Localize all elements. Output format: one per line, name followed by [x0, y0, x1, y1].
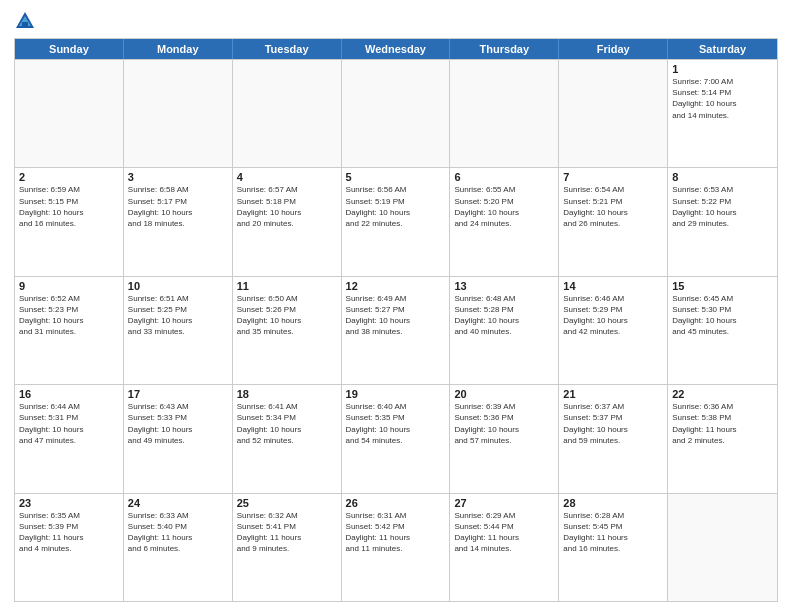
calendar-cell: 11Sunrise: 6:50 AM Sunset: 5:26 PM Dayli… — [233, 277, 342, 384]
day-number: 18 — [237, 388, 337, 400]
day-number: 20 — [454, 388, 554, 400]
day-number: 25 — [237, 497, 337, 509]
day-number: 26 — [346, 497, 446, 509]
day-info: Sunrise: 7:00 AM Sunset: 5:14 PM Dayligh… — [672, 76, 773, 121]
calendar-cell: 17Sunrise: 6:43 AM Sunset: 5:33 PM Dayli… — [124, 385, 233, 492]
calendar-cell: 16Sunrise: 6:44 AM Sunset: 5:31 PM Dayli… — [15, 385, 124, 492]
day-number: 24 — [128, 497, 228, 509]
day-number: 13 — [454, 280, 554, 292]
day-number: 6 — [454, 171, 554, 183]
weekday-header-thursday: Thursday — [450, 39, 559, 59]
day-info: Sunrise: 6:43 AM Sunset: 5:33 PM Dayligh… — [128, 401, 228, 446]
calendar-cell: 6Sunrise: 6:55 AM Sunset: 5:20 PM Daylig… — [450, 168, 559, 275]
day-info: Sunrise: 6:33 AM Sunset: 5:40 PM Dayligh… — [128, 510, 228, 555]
calendar-cell: 8Sunrise: 6:53 AM Sunset: 5:22 PM Daylig… — [668, 168, 777, 275]
day-info: Sunrise: 6:31 AM Sunset: 5:42 PM Dayligh… — [346, 510, 446, 555]
day-number: 2 — [19, 171, 119, 183]
calendar-cell: 12Sunrise: 6:49 AM Sunset: 5:27 PM Dayli… — [342, 277, 451, 384]
calendar-cell: 9Sunrise: 6:52 AM Sunset: 5:23 PM Daylig… — [15, 277, 124, 384]
calendar-cell: 28Sunrise: 6:28 AM Sunset: 5:45 PM Dayli… — [559, 494, 668, 601]
calendar-cell — [668, 494, 777, 601]
calendar-cell: 2Sunrise: 6:59 AM Sunset: 5:15 PM Daylig… — [15, 168, 124, 275]
calendar-cell: 3Sunrise: 6:58 AM Sunset: 5:17 PM Daylig… — [124, 168, 233, 275]
calendar-cell: 18Sunrise: 6:41 AM Sunset: 5:34 PM Dayli… — [233, 385, 342, 492]
day-number: 23 — [19, 497, 119, 509]
calendar-body: 1Sunrise: 7:00 AM Sunset: 5:14 PM Daylig… — [15, 59, 777, 601]
calendar-cell: 23Sunrise: 6:35 AM Sunset: 5:39 PM Dayli… — [15, 494, 124, 601]
day-info: Sunrise: 6:41 AM Sunset: 5:34 PM Dayligh… — [237, 401, 337, 446]
calendar: SundayMondayTuesdayWednesdayThursdayFrid… — [14, 38, 778, 602]
calendar-row-4: 23Sunrise: 6:35 AM Sunset: 5:39 PM Dayli… — [15, 493, 777, 601]
day-info: Sunrise: 6:46 AM Sunset: 5:29 PM Dayligh… — [563, 293, 663, 338]
day-info: Sunrise: 6:53 AM Sunset: 5:22 PM Dayligh… — [672, 184, 773, 229]
calendar-cell: 26Sunrise: 6:31 AM Sunset: 5:42 PM Dayli… — [342, 494, 451, 601]
day-number: 22 — [672, 388, 773, 400]
calendar-cell: 25Sunrise: 6:32 AM Sunset: 5:41 PM Dayli… — [233, 494, 342, 601]
day-info: Sunrise: 6:44 AM Sunset: 5:31 PM Dayligh… — [19, 401, 119, 446]
calendar-cell: 15Sunrise: 6:45 AM Sunset: 5:30 PM Dayli… — [668, 277, 777, 384]
calendar-cell — [233, 60, 342, 167]
weekday-header-saturday: Saturday — [668, 39, 777, 59]
calendar-header: SundayMondayTuesdayWednesdayThursdayFrid… — [15, 39, 777, 59]
day-number: 17 — [128, 388, 228, 400]
calendar-cell: 21Sunrise: 6:37 AM Sunset: 5:37 PM Dayli… — [559, 385, 668, 492]
day-number: 11 — [237, 280, 337, 292]
day-info: Sunrise: 6:40 AM Sunset: 5:35 PM Dayligh… — [346, 401, 446, 446]
day-info: Sunrise: 6:48 AM Sunset: 5:28 PM Dayligh… — [454, 293, 554, 338]
day-number: 15 — [672, 280, 773, 292]
day-number: 27 — [454, 497, 554, 509]
day-info: Sunrise: 6:55 AM Sunset: 5:20 PM Dayligh… — [454, 184, 554, 229]
day-info: Sunrise: 6:29 AM Sunset: 5:44 PM Dayligh… — [454, 510, 554, 555]
day-number: 21 — [563, 388, 663, 400]
calendar-cell: 14Sunrise: 6:46 AM Sunset: 5:29 PM Dayli… — [559, 277, 668, 384]
day-number: 19 — [346, 388, 446, 400]
weekday-header-tuesday: Tuesday — [233, 39, 342, 59]
day-info: Sunrise: 6:32 AM Sunset: 5:41 PM Dayligh… — [237, 510, 337, 555]
day-info: Sunrise: 6:28 AM Sunset: 5:45 PM Dayligh… — [563, 510, 663, 555]
calendar-cell: 4Sunrise: 6:57 AM Sunset: 5:18 PM Daylig… — [233, 168, 342, 275]
calendar-cell: 5Sunrise: 6:56 AM Sunset: 5:19 PM Daylig… — [342, 168, 451, 275]
day-info: Sunrise: 6:49 AM Sunset: 5:27 PM Dayligh… — [346, 293, 446, 338]
day-info: Sunrise: 6:58 AM Sunset: 5:17 PM Dayligh… — [128, 184, 228, 229]
logo — [14, 10, 40, 32]
day-info: Sunrise: 6:54 AM Sunset: 5:21 PM Dayligh… — [563, 184, 663, 229]
day-info: Sunrise: 6:56 AM Sunset: 5:19 PM Dayligh… — [346, 184, 446, 229]
svg-rect-2 — [22, 22, 28, 26]
calendar-cell: 19Sunrise: 6:40 AM Sunset: 5:35 PM Dayli… — [342, 385, 451, 492]
day-number: 28 — [563, 497, 663, 509]
day-info: Sunrise: 6:45 AM Sunset: 5:30 PM Dayligh… — [672, 293, 773, 338]
calendar-cell: 20Sunrise: 6:39 AM Sunset: 5:36 PM Dayli… — [450, 385, 559, 492]
day-number: 14 — [563, 280, 663, 292]
calendar-cell: 7Sunrise: 6:54 AM Sunset: 5:21 PM Daylig… — [559, 168, 668, 275]
day-info: Sunrise: 6:57 AM Sunset: 5:18 PM Dayligh… — [237, 184, 337, 229]
day-number: 5 — [346, 171, 446, 183]
calendar-cell: 24Sunrise: 6:33 AM Sunset: 5:40 PM Dayli… — [124, 494, 233, 601]
calendar-cell: 22Sunrise: 6:36 AM Sunset: 5:38 PM Dayli… — [668, 385, 777, 492]
day-number: 16 — [19, 388, 119, 400]
calendar-row-3: 16Sunrise: 6:44 AM Sunset: 5:31 PM Dayli… — [15, 384, 777, 492]
page: SundayMondayTuesdayWednesdayThursdayFrid… — [0, 0, 792, 612]
day-number: 12 — [346, 280, 446, 292]
day-number: 3 — [128, 171, 228, 183]
day-number: 9 — [19, 280, 119, 292]
header — [14, 10, 778, 32]
calendar-row-1: 2Sunrise: 6:59 AM Sunset: 5:15 PM Daylig… — [15, 167, 777, 275]
calendar-cell — [450, 60, 559, 167]
day-info: Sunrise: 6:39 AM Sunset: 5:36 PM Dayligh… — [454, 401, 554, 446]
weekday-header-sunday: Sunday — [15, 39, 124, 59]
calendar-cell — [559, 60, 668, 167]
day-info: Sunrise: 6:52 AM Sunset: 5:23 PM Dayligh… — [19, 293, 119, 338]
weekday-header-wednesday: Wednesday — [342, 39, 451, 59]
calendar-cell: 27Sunrise: 6:29 AM Sunset: 5:44 PM Dayli… — [450, 494, 559, 601]
day-info: Sunrise: 6:35 AM Sunset: 5:39 PM Dayligh… — [19, 510, 119, 555]
calendar-cell: 13Sunrise: 6:48 AM Sunset: 5:28 PM Dayli… — [450, 277, 559, 384]
day-number: 7 — [563, 171, 663, 183]
calendar-cell — [15, 60, 124, 167]
calendar-cell: 10Sunrise: 6:51 AM Sunset: 5:25 PM Dayli… — [124, 277, 233, 384]
day-number: 10 — [128, 280, 228, 292]
calendar-row-0: 1Sunrise: 7:00 AM Sunset: 5:14 PM Daylig… — [15, 59, 777, 167]
day-number: 1 — [672, 63, 773, 75]
calendar-cell: 1Sunrise: 7:00 AM Sunset: 5:14 PM Daylig… — [668, 60, 777, 167]
day-number: 8 — [672, 171, 773, 183]
calendar-row-2: 9Sunrise: 6:52 AM Sunset: 5:23 PM Daylig… — [15, 276, 777, 384]
